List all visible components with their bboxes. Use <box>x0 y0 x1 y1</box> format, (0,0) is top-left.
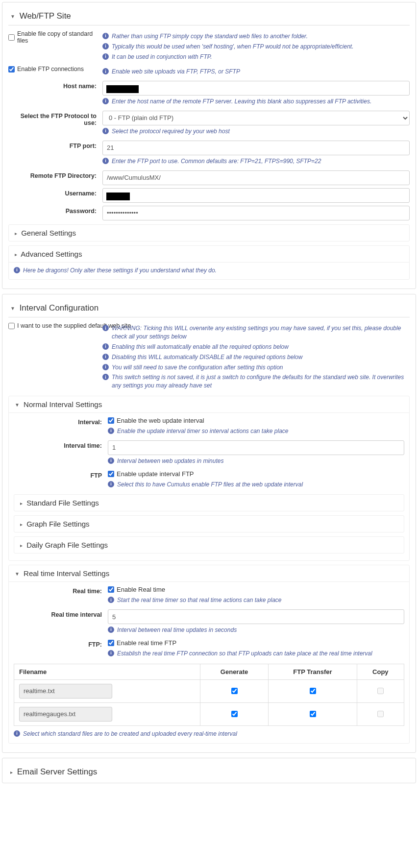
realtime-files-table: Filename Generate FTP Transfer Copy <box>14 664 404 726</box>
section-title-interval[interactable]: ▼ Interval Configuration <box>8 299 410 317</box>
subtitle-normal[interactable]: ▼ Normal Interval Settings <box>9 396 409 413</box>
info-icon: i <box>102 364 109 370</box>
generate-checkbox[interactable] <box>231 711 238 717</box>
realtime-interval-input[interactable] <box>108 609 404 624</box>
table-row <box>14 702 404 725</box>
info-icon: i <box>14 730 20 737</box>
subtitle-realtime[interactable]: ▼ Real time Interval Settings <box>9 565 409 582</box>
help-realtime: iStart the real time timer so that real … <box>108 596 404 604</box>
th-copy: Copy <box>357 664 404 679</box>
caret-right-icon: ▸ <box>15 252 17 257</box>
enable-realtime-row[interactable]: Enable Real time <box>108 586 404 593</box>
enable-realtime-ftp-checkbox[interactable] <box>108 640 114 646</box>
remotedir-label: Remote FTP Directory: <box>8 170 102 179</box>
interval-time-label: Interval time: <box>14 440 108 449</box>
info-icon: i <box>108 650 114 656</box>
info-icon: i <box>108 597 114 603</box>
info-icon: i <box>102 354 109 360</box>
enable-realtime-checkbox[interactable] <box>108 586 114 593</box>
filename-input <box>19 707 112 722</box>
subtitle-std-files-text: Standard File Settings <box>26 499 99 507</box>
help-default-3: iDisabling this WILL automatically DISAB… <box>102 353 410 362</box>
subtitle-general[interactable]: ▸ General Settings <box>9 225 409 241</box>
section-title-email[interactable]: ▸ Email Server Settings <box>8 763 410 781</box>
help-protocol: iSelect the protocol required by your we… <box>102 127 410 136</box>
interval-time-input[interactable] <box>108 440 404 455</box>
redacted-username <box>106 193 130 200</box>
info-icon: i <box>108 627 114 633</box>
password-input[interactable] <box>102 206 410 220</box>
enable-realtime-ftp-cb-label: Enable real time FTP <box>117 639 176 647</box>
port-label: FTP port: <box>8 141 102 149</box>
caret-down-icon: ▼ <box>15 402 20 408</box>
panel-webftp: ▼ Web/FTP Site Enable file copy of stand… <box>2 2 416 289</box>
default-website-row[interactable]: I want to use the supplied default web s… <box>8 322 97 329</box>
enable-ftp-checkbox[interactable] <box>8 66 15 72</box>
info-icon: i <box>102 98 109 104</box>
subtitle-normal-text: Normal Interval Settings <box>24 400 102 409</box>
caret-down-icon: ▼ <box>15 571 20 577</box>
copy-checkbox <box>377 711 384 717</box>
username-input[interactable] <box>102 188 410 203</box>
port-input[interactable] <box>102 141 410 155</box>
default-website-checkbox[interactable] <box>8 323 15 329</box>
subtitle-advanced[interactable]: ▸ Advanced Settings <box>9 246 409 263</box>
generate-checkbox[interactable] <box>231 688 238 694</box>
enable-file-copy-row[interactable]: Enable file copy of standard files <box>8 30 97 44</box>
enable-file-copy-checkbox[interactable] <box>8 34 15 41</box>
help-advanced: iHere be dragons! Only alter these setti… <box>14 266 404 275</box>
panel-email: ▸ Email Server Settings <box>2 758 416 783</box>
subtitle-graph-files[interactable]: ▸ Graph File Settings <box>14 516 404 532</box>
help-copy-1: iRather than using FTP simply copy the s… <box>102 32 410 41</box>
ftp-checkbox[interactable] <box>310 688 316 694</box>
enable-ftp-row[interactable]: Enable FTP connections <box>8 66 97 72</box>
hostname-input[interactable] <box>102 81 410 96</box>
info-icon: i <box>102 374 109 380</box>
ftp-checkbox[interactable] <box>310 711 316 717</box>
subtitle-dgraph-files[interactable]: ▸ Daily Graph File Settings <box>14 537 404 553</box>
title-text: Email Server Settings <box>17 767 97 776</box>
help-rt-table: iSelect which standard files are to be c… <box>14 730 404 738</box>
section-title-webftp[interactable]: ▼ Web/FTP Site <box>8 7 410 25</box>
realtime-interval-label: Real time interval <box>14 609 108 618</box>
panel-interval: ▼ Interval Configuration I want to use t… <box>2 294 416 752</box>
subpanel-realtime: ▼ Real time Interval Settings Real time:… <box>8 565 410 743</box>
subtitle-realtime-text: Real time Interval Settings <box>24 569 109 578</box>
caret-right-icon: ▸ <box>20 501 23 506</box>
th-generate: Generate <box>200 664 268 679</box>
help-interval: iEnable the update interval timer so int… <box>108 427 404 435</box>
info-icon: i <box>102 158 109 164</box>
help-interval-time: iInterval between web updates in minutes <box>108 457 404 465</box>
title-text: Interval Configuration <box>20 303 99 313</box>
filename-input <box>19 684 112 699</box>
subpanel-general: ▸ General Settings <box>8 224 410 241</box>
protocol-select[interactable]: 0 - FTP (plain old FTP) <box>102 111 410 125</box>
hostname-label: Host name: <box>8 81 102 90</box>
remotedir-input[interactable] <box>102 170 410 185</box>
subtitle-graph-files-text: Graph File Settings <box>26 520 89 528</box>
interval-label: Interval: <box>14 417 108 426</box>
title-text: Web/FTP Site <box>20 11 71 21</box>
help-ftp-enable: iEnable web site uploads via FTP, FTPS, … <box>102 68 410 76</box>
realtime-ftp-label: FTP: <box>14 639 108 648</box>
subpanel-std-files: ▸ Standard File Settings <box>14 494 404 511</box>
caret-right-icon: ▸ <box>20 522 23 527</box>
enable-interval-checkbox[interactable] <box>108 417 114 424</box>
info-icon: i <box>102 68 109 74</box>
enable-interval-row[interactable]: Enable the web update interval <box>108 417 404 424</box>
enable-interval-ftp-row[interactable]: Enable update interval FTP <box>108 470 404 478</box>
subpanel-normal-interval: ▼ Normal Interval Settings Interval: Ena… <box>8 396 410 561</box>
caret-right-icon: ▸ <box>10 770 13 775</box>
enable-realtime-ftp-row[interactable]: Enable real time FTP <box>108 639 404 647</box>
info-icon: i <box>102 53 109 60</box>
help-default-1: iWARNING: Ticking this WILL overwrite an… <box>102 324 410 341</box>
redacted-hostname <box>106 85 139 93</box>
info-icon: i <box>102 343 109 350</box>
subtitle-std-files[interactable]: ▸ Standard File Settings <box>14 495 404 511</box>
subpanel-advanced: ▸ Advanced Settings iHere be dragons! On… <box>8 245 410 280</box>
table-row <box>14 679 404 702</box>
info-icon: i <box>14 267 20 273</box>
realtime-label: Real time: <box>14 586 108 595</box>
caret-right-icon: ▸ <box>15 231 17 236</box>
enable-interval-ftp-checkbox[interactable] <box>108 471 114 477</box>
